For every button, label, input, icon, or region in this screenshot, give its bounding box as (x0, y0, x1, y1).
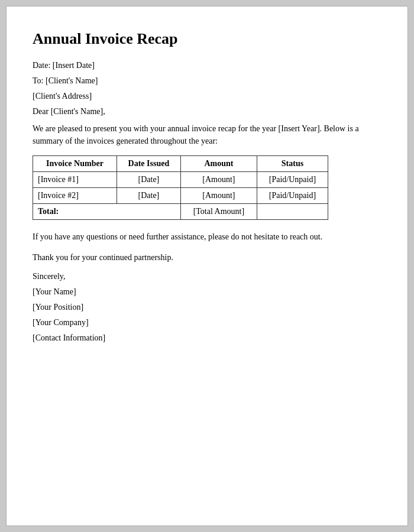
col-header-invoice-number: Invoice Number (33, 156, 117, 172)
signature-company: [Your Company] (33, 318, 381, 327)
signature-contact: [Contact Information] (33, 333, 381, 343)
to-field: To: [Client's Name] (33, 76, 381, 86)
intro-paragraph: We are pleased to present you with your … (33, 122, 381, 147)
address-field: [Client's Address] (33, 92, 381, 101)
col-header-status: Status (257, 156, 328, 172)
col-header-amount: Amount (180, 156, 257, 172)
amount-2: [Amount] (180, 188, 257, 204)
signature-position: [Your Position] (33, 303, 381, 312)
invoice-number-1: [Invoice #1] (33, 172, 117, 188)
date-2: [Date] (117, 188, 180, 204)
invoice-table: Invoice Number Date Issued Amount Status… (33, 155, 328, 220)
signature-name: [Your Name] (33, 287, 381, 297)
status-2: [Paid/Unpaid] (257, 188, 328, 204)
col-header-date-issued: Date Issued (117, 156, 180, 172)
date-1: [Date] (117, 172, 180, 188)
signature-block: Sincerely, [Your Name] [Your Position] [… (33, 272, 381, 343)
total-label: Total: (33, 204, 181, 220)
footer-paragraph-1: If you have any questions or need furthe… (33, 231, 381, 243)
total-amount: [Total Amount] (180, 204, 257, 220)
sincerely-text: Sincerely, (33, 272, 381, 281)
dear-field: Dear [Client's Name], (33, 107, 381, 116)
table-row: [Invoice #2] [Date] [Amount] [Paid/Unpai… (33, 188, 328, 204)
footer-paragraph-2: Thank you for your continued partnership… (33, 251, 381, 264)
date-field: Date: [Insert Date] (33, 61, 381, 70)
document-page: Annual Invoice Recap Date: [Insert Date]… (6, 6, 408, 526)
page-title: Annual Invoice Recap (33, 30, 381, 48)
total-row: Total: [Total Amount] (33, 204, 328, 220)
total-status-empty (257, 204, 328, 220)
status-1: [Paid/Unpaid] (257, 172, 328, 188)
amount-1: [Amount] (180, 172, 257, 188)
invoice-number-2: [Invoice #2] (33, 188, 117, 204)
table-row: [Invoice #1] [Date] [Amount] [Paid/Unpai… (33, 172, 328, 188)
